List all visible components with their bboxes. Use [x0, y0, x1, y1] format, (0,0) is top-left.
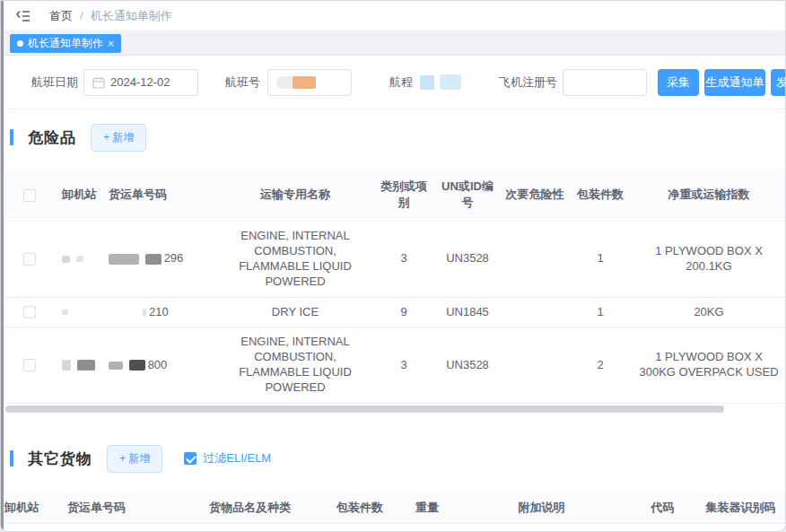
col-header: 附加说明 — [454, 493, 629, 524]
other-cargo-table: 卸机站 货运单号码 货物品名及种类 包装件数 重量 附加说明 代码 集装器识别码… — [1, 493, 785, 532]
route-label: 航程 — [389, 74, 413, 91]
dangerous-goods-add-button[interactable]: + 新增 — [91, 124, 146, 152]
other-cargo-title: 其它货物 — [28, 449, 92, 469]
breadcrumb-separator: / — [80, 9, 83, 22]
dangerous-goods-table: 卸机站 货运单号码 运输专用名称 类别或项别 UN或ID编号 次要危险性 包装件… — [1, 169, 785, 404]
flight-no-input[interactable] — [267, 69, 352, 96]
section-accent-bar — [10, 129, 13, 145]
net-weight-cell: 20KG — [633, 297, 785, 327]
breadcrumb-home[interactable]: 首页 — [49, 8, 73, 24]
packages-cell: 1 — [319, 524, 400, 532]
tab-close-icon[interactable]: × — [108, 39, 114, 49]
table-header-row: 卸机站 货运单号码 运输专用名称 类别或项别 UN或ID编号 次要危险性 包装件… — [1, 169, 785, 222]
net-weight-cell: 1 PLYWOOD BOX X 200.1KG — [633, 222, 785, 298]
horizontal-scrollbar-thumb[interactable] — [5, 406, 724, 413]
col-header: 次要危险性 — [502, 169, 568, 222]
section-accent-bar — [10, 450, 13, 467]
proper-name-cell: ENGINE, INTERNAL COMBUSTION, FLAMMABLE L… — [216, 327, 374, 404]
filter-eli-elm[interactable]: 过滤ELI/ELM — [184, 450, 271, 467]
table-row: 296 ENGINE, INTERNAL COMBUSTION, FLAMMAB… — [1, 222, 785, 298]
sub-risk-cell — [502, 222, 568, 298]
table-row: 0 BORTEZOMIB 1 25 KEEP FROZEN -20~-10℃ F… — [1, 524, 785, 532]
redacted-block — [293, 76, 316, 89]
station-cell — [1, 524, 64, 532]
note-cell: KEEP FROZEN -20~-10℃ — [454, 524, 629, 532]
col-header: 运输专用名称 — [216, 169, 374, 222]
dangerous-goods-title: 危险品 — [28, 127, 76, 148]
uld-cell: PAG6 — [696, 524, 785, 532]
generate-notice-button[interactable]: 生成通知单 — [704, 69, 765, 96]
col-header: 包装件数 — [568, 169, 633, 222]
col-header: 货运单号码 — [105, 169, 216, 222]
collect-button[interactable]: 采集 — [658, 69, 699, 96]
un-id-cell: UN1845 — [433, 297, 502, 327]
waybill-visible-text: 296 — [164, 251, 184, 265]
table-header-row: 卸机站 货运单号码 货物品名及种类 包装件数 重量 附加说明 代码 集装器识别码 — [1, 493, 785, 524]
col-header: 货运单号码 — [64, 493, 180, 524]
waybill-visible-text: 800 — [148, 358, 168, 371]
col-header: UN或ID编号 — [433, 169, 502, 222]
redacted-block — [62, 256, 70, 263]
flight-no-label: 航班号 — [225, 74, 260, 91]
row-checkbox[interactable] — [23, 253, 36, 266]
waybill-cell: 800 — [105, 327, 216, 404]
redacted-block — [145, 254, 162, 265]
col-header: 货物品名及种类 — [180, 493, 319, 524]
search-toolbar: 航班日期 2024-12-02 航班号 航程 飞机注册号 采集 生成通知单 发 — [1, 56, 785, 109]
tab-bar: 机长通知单制作 × — [1, 31, 785, 56]
un-id-cell: UN3528 — [433, 222, 502, 298]
redacted-block — [420, 75, 434, 90]
sub-risk-cell — [502, 327, 568, 404]
flight-date-label: 航班日期 — [31, 74, 78, 91]
sidebar-fold-icon[interactable] — [15, 8, 31, 24]
code-cell: FRO — [629, 524, 696, 532]
station-cell — [58, 327, 105, 404]
app-window: 首页 / 机长通知单制作 机长通知单制作 × 航班日期 2024-12-02 航… — [0, 0, 786, 532]
net-weight-cell: 1 PLYWOOD BOX X 300KG OVERPACK USED — [633, 327, 785, 404]
class-cell: 3 — [374, 222, 433, 298]
weight-cell: 25 — [400, 524, 454, 532]
redacted-block — [129, 360, 145, 371]
table-row: 800 ENGINE, INTERNAL COMBUSTION, FLAMMAB… — [1, 327, 785, 404]
flight-date-input[interactable]: 2024-12-02 — [83, 69, 198, 96]
col-header: 卸机站 — [58, 169, 105, 222]
sub-risk-cell — [502, 297, 568, 327]
col-header: 类别或项别 — [374, 169, 433, 222]
aircraft-reg-input[interactable] — [563, 69, 647, 96]
filter-checkbox-checked[interactable] — [184, 452, 196, 465]
top-bar: 首页 / 机长通知单制作 — [1, 1, 785, 31]
col-header: 代码 — [629, 493, 696, 524]
redacted-block — [440, 74, 461, 90]
filter-checkbox-label: 过滤ELI/ELM — [203, 450, 271, 467]
row-checkbox[interactable] — [23, 306, 36, 318]
redacted-block — [62, 360, 71, 371]
waybill-cell: 296 — [105, 222, 216, 298]
tab-label: 机长通知单制作 — [28, 36, 103, 51]
route-value — [420, 74, 461, 90]
proper-name-cell: ENGINE, INTERNAL COMBUSTION, FLAMMABLE L… — [216, 222, 374, 298]
proper-name-cell: DRY ICE — [216, 297, 374, 327]
waybill-cell: 0 — [64, 524, 180, 532]
class-cell: 3 — [374, 327, 433, 404]
waybill-visible-text: 210 — [149, 305, 169, 318]
breadcrumb: 首页 / 机长通知单制作 — [49, 8, 172, 24]
col-header: 卸机站 — [1, 493, 64, 524]
aircraft-reg-label: 飞机注册号 — [499, 74, 557, 91]
clipped-send-button[interactable]: 发 — [771, 69, 786, 96]
row-checkbox[interactable] — [23, 359, 36, 371]
collapsed-sidebar-edge — [1, 1, 4, 531]
select-all-checkbox[interactable] — [23, 189, 36, 202]
redacted-block — [77, 360, 95, 371]
col-header: 包装件数 — [319, 493, 400, 524]
packages-cell: 2 — [568, 327, 633, 404]
redacted-block — [62, 310, 68, 315]
other-cargo-add-button[interactable]: + 新增 — [107, 445, 162, 473]
goods-name-cell: BORTEZOMIB — [180, 524, 319, 532]
redacted-block — [76, 256, 83, 262]
station-cell — [58, 222, 105, 298]
tab-captain-notice[interactable]: 机长通知单制作 × — [10, 34, 121, 53]
flight-date-value: 2024-12-02 — [110, 75, 170, 89]
col-header: 集装器识别码 — [696, 493, 785, 524]
un-id-cell: UN3528 — [433, 327, 502, 404]
horizontal-scrollbar — [5, 406, 778, 413]
